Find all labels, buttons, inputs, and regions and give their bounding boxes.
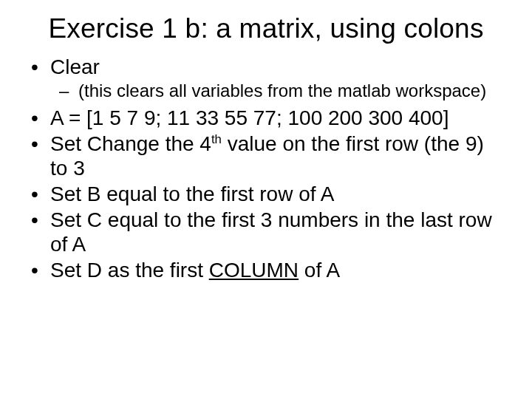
- bullet-clear-text: Clear: [50, 55, 100, 78]
- bullet-set-b: Set B equal to the first row of A: [50, 182, 502, 206]
- slide: Exercise 1 b: a matrix, using colons Cle…: [0, 0, 532, 399]
- bullet-change-pre: Set Change the 4: [50, 132, 211, 155]
- bullet-set-d-post: of A: [299, 259, 340, 282]
- bullet-change-value: Set Change the 4th value on the first ro…: [50, 132, 502, 180]
- sub-bullet-list: (this clears all variables from the matl…: [50, 81, 502, 101]
- bullet-matrix-def: A = [1 5 7 9; 11 33 55 77; 100 200 300 4…: [50, 106, 502, 130]
- underline-column: COLUMN: [209, 259, 299, 282]
- bullet-list: Clear (this clears all variables from th…: [30, 55, 502, 282]
- bullet-set-c: Set C equal to the first 3 numbers in th…: [50, 208, 502, 256]
- sub-bullet-clear-desc: (this clears all variables from the matl…: [78, 81, 502, 101]
- slide-title: Exercise 1 b: a matrix, using colons: [30, 13, 502, 44]
- bullet-set-d-pre: Set D as the first: [50, 259, 209, 282]
- superscript-th: th: [211, 132, 222, 146]
- bullet-clear: Clear (this clears all variables from th…: [50, 55, 502, 101]
- bullet-set-d: Set D as the first COLUMN of A: [50, 258, 502, 282]
